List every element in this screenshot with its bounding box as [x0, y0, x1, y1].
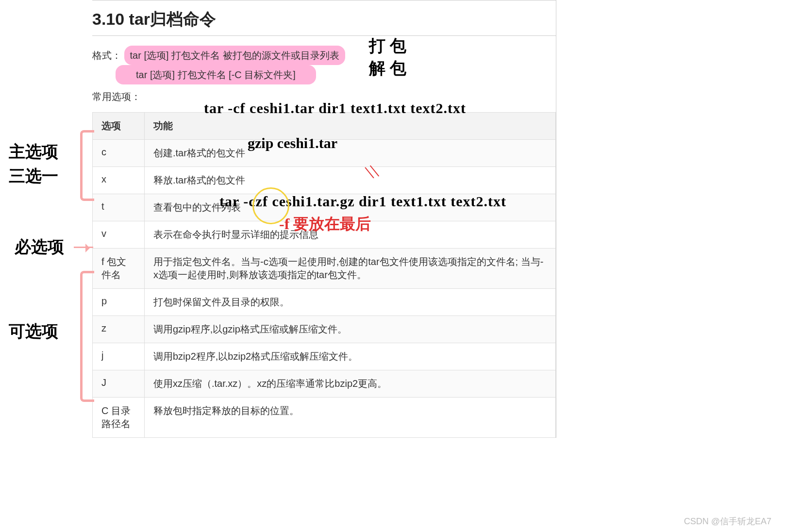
watermark: CSDN @信手斩龙EA7 [684, 515, 771, 527]
opt-cell: p [93, 289, 145, 316]
desc-cell: 调用gzip程序,以gzip格式压缩或解压缩文件。 [145, 316, 556, 343]
desc-cell: 打包时保留文件及目录的权限。 [145, 289, 556, 316]
table-row: J使用xz压缩（.tar.xz）。xz的压缩率通常比bzip2更高。 [93, 370, 556, 398]
desc-cell: 表示在命令执行时显示详细的提示信息 [145, 221, 556, 249]
opt-cell: j [93, 343, 145, 370]
table-row: x释放.tar格式的包文件 [93, 167, 556, 194]
table-row: c创建.tar格式的包文件 [93, 140, 556, 167]
opt-cell: v [93, 221, 145, 249]
opt-cell: f 包文件名 [93, 249, 145, 289]
opt-cell: t [93, 194, 145, 221]
th-function: 功能 [145, 113, 556, 140]
desc-cell: 查看包中的文件列表 [145, 194, 556, 221]
table-row: t查看包中的文件列表 [93, 194, 556, 221]
section-heading: 3.10 tar归档命令 [92, 8, 556, 36]
arrow-icon [74, 247, 93, 248]
format-label: 格式： [92, 47, 121, 64]
desc-cell: 创建.tar格式的包文件 [145, 140, 556, 167]
format-block: 格式： tar [选项] 打包文件名 被打包的源文件或目录列表 tar [选项]… [92, 46, 556, 84]
opt-cell: c [93, 140, 145, 167]
desc-cell: 用于指定包文件名。当与-c选项一起使用时,创建的tar包文件使用该选项指定的文件… [145, 249, 556, 289]
opt-cell: x [93, 167, 145, 194]
common-options-label: 常用选项： [92, 90, 556, 103]
opt-cell: z [93, 316, 145, 343]
table-row: j调用bzip2程序,以bzip2格式压缩或解压缩文件。 [93, 343, 556, 370]
desc-cell: 释放.tar格式的包文件 [145, 167, 556, 194]
format-line-1: tar [选项] 打包文件名 被打包的源文件或目录列表 [124, 46, 345, 65]
annotation-must-option: 必选项 [15, 236, 64, 258]
table-row: v表示在命令执行时显示详细的提示信息 [93, 221, 556, 249]
document-body: 3.10 tar归档命令 格式： tar [选项] 打包文件名 被打包的源文件或… [92, 0, 556, 438]
annotation-optional-option: 可选项 [9, 320, 58, 343]
annotation-main-option: 主选项 [9, 141, 58, 163]
opt-cell: C 目录路径名 [93, 398, 145, 438]
desc-cell: 使用xz压缩（.tar.xz）。xz的压缩率通常比bzip2更高。 [145, 370, 556, 398]
table-row: p打包时保留文件及目录的权限。 [93, 289, 556, 316]
options-table: 选项 功能 c创建.tar格式的包文件 x释放.tar格式的包文件 t查看包中的… [92, 112, 556, 438]
annotation-three-choose-one: 三选一 [9, 165, 58, 187]
table-row: C 目录路径名释放包时指定释放的目标的位置。 [93, 398, 556, 438]
desc-cell: 调用bzip2程序,以bzip2格式压缩或解压缩文件。 [145, 343, 556, 370]
table-row: z调用gzip程序,以gzip格式压缩或解压缩文件。 [93, 316, 556, 343]
th-option: 选项 [93, 113, 145, 140]
format-line-2: tar [选项] 打包文件名 [-C 目标文件夹] [116, 65, 316, 84]
opt-cell: J [93, 370, 145, 398]
desc-cell: 释放包时指定释放的目标的位置。 [145, 398, 556, 438]
table-row: f 包文件名用于指定包文件名。当与-c选项一起使用时,创建的tar包文件使用该选… [93, 249, 556, 289]
